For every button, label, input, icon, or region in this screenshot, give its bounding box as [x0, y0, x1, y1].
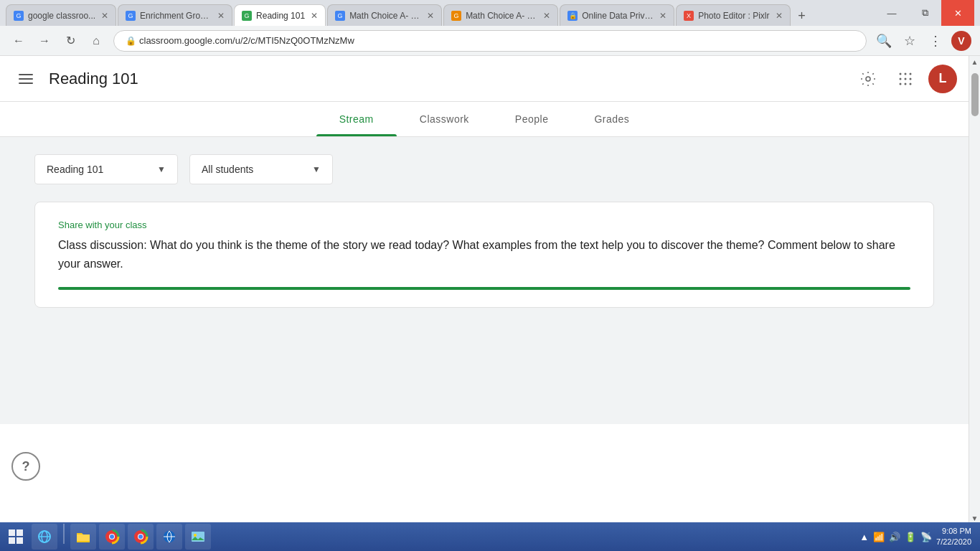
- svg-point-24: [110, 534, 114, 539]
- search-icon[interactable]: 🔍: [874, 31, 894, 51]
- svg-point-12: [910, 83, 912, 85]
- refresh-button[interactable]: ↻: [60, 31, 80, 51]
- tray-network-icon[interactable]: 📶: [873, 532, 885, 542]
- taskbar-globe-icon[interactable]: [156, 524, 182, 550]
- taskbar-folder-icon[interactable]: [70, 524, 96, 550]
- scrollbar-thumb[interactable]: [971, 73, 979, 116]
- svg-rect-0: [19, 74, 33, 75]
- minimize-button[interactable]: —: [875, 0, 908, 26]
- tab4-favicon: G: [335, 11, 345, 21]
- gc-header: Reading 101: [0, 56, 969, 102]
- class-filter-arrow: ▼: [157, 164, 166, 174]
- svg-point-32: [194, 534, 197, 537]
- svg-rect-13: [9, 529, 15, 536]
- right-scrollbar[interactable]: ▲ ▼: [969, 56, 980, 524]
- class-filter-dropdown[interactable]: Reading 101 ▼: [34, 154, 178, 184]
- tab2-label: Enrichment Group...: [140, 11, 212, 21]
- browser-tab-7[interactable]: X Photo Editor : Pixlr ✕: [676, 4, 790, 26]
- svg-point-6: [910, 72, 912, 75]
- taskbar-chrome-icon[interactable]: [99, 524, 125, 550]
- back-button[interactable]: ←: [9, 31, 29, 51]
- taskbar-divider: [63, 524, 65, 544]
- browser-user-avatar[interactable]: V: [951, 31, 971, 51]
- address-input[interactable]: 🔒 classroom.google.com/u/2/c/MTI5NzQ0OTM…: [113, 30, 867, 52]
- tab-stream[interactable]: Stream: [316, 102, 397, 136]
- maximize-button[interactable]: ⧉: [908, 0, 941, 26]
- svg-point-9: [910, 77, 912, 80]
- svg-point-4: [900, 72, 902, 75]
- tab-people[interactable]: People: [492, 102, 572, 136]
- svg-rect-1: [19, 78, 33, 80]
- tray-volume-icon[interactable]: 🔊: [889, 532, 900, 542]
- students-filter-label: All students: [202, 164, 253, 175]
- tray-battery-icon[interactable]: 🔋: [905, 532, 916, 542]
- svg-point-10: [900, 83, 902, 85]
- apps-grid-button[interactable]: [891, 65, 920, 93]
- home-button[interactable]: ⌂: [86, 31, 106, 51]
- students-filter-arrow: ▼: [312, 164, 321, 174]
- browser-tab-1[interactable]: G google classroo... ✕: [6, 4, 116, 26]
- scrollbar-track[interactable]: [969, 67, 980, 512]
- settings-button[interactable]: [854, 65, 882, 93]
- ssl-lock-icon: 🔒: [126, 36, 136, 46]
- browser-tab-5[interactable]: G Math Choice A- ro... ✕: [443, 4, 558, 26]
- bookmark-icon[interactable]: ☆: [900, 31, 920, 51]
- tab3-close[interactable]: ✕: [311, 11, 318, 21]
- taskbar-apps: [29, 524, 214, 550]
- taskbar-chrome2-icon[interactable]: [128, 524, 154, 550]
- tab2-close[interactable]: ✕: [217, 11, 225, 21]
- help-icon-container: ?: [11, 452, 40, 481]
- address-text: classroom.google.com/u/2/c/MTI5NzQ0OTMzN…: [139, 35, 354, 46]
- page-content: Reading 101: [0, 56, 969, 524]
- filter-row: Reading 101 ▼ All students ▼: [34, 154, 934, 184]
- tab6-close[interactable]: ✕: [659, 11, 666, 21]
- browser-tab-4[interactable]: G Math Choice A- ro... ✕: [327, 4, 442, 26]
- tab7-favicon: X: [684, 11, 694, 21]
- forward-button[interactable]: →: [34, 31, 55, 51]
- browser-tab-6[interactable]: 🔒 Online Data Privac... ✕: [560, 4, 674, 26]
- tab1-close[interactable]: ✕: [101, 11, 108, 21]
- start-button[interactable]: [3, 524, 29, 550]
- tab-classwork[interactable]: Classwork: [397, 102, 492, 136]
- svg-point-7: [900, 77, 902, 80]
- tab7-close[interactable]: ✕: [776, 11, 783, 21]
- close-window-button[interactable]: ✕: [941, 0, 974, 26]
- svg-point-5: [905, 72, 907, 75]
- post-content: Class discussion: What do you think is t…: [58, 236, 910, 273]
- taskbar: ▲ 📶 🔊 🔋 📡 9:08 PM 7/22/2020: [0, 522, 980, 551]
- tab7-label: Photo Editor : Pixlr: [698, 11, 769, 21]
- browser-tab-3[interactable]: G Reading 101 ✕: [234, 4, 326, 26]
- tray-wifi-icon[interactable]: 📡: [920, 532, 932, 542]
- students-filter-dropdown[interactable]: All students ▼: [189, 154, 333, 184]
- taskbar-ie-icon[interactable]: [32, 524, 57, 550]
- taskbar-tray: ▲ 📶 🔊 🔋 📡 9:08 PM 7/22/2020: [854, 526, 977, 548]
- taskbar-image-icon[interactable]: [185, 524, 211, 550]
- user-avatar[interactable]: L: [928, 65, 957, 93]
- share-label: Share with your class: [58, 220, 910, 230]
- address-bar: ← → ↻ ⌂ 🔒 classroom.google.com/u/2/c/MTI…: [0, 26, 980, 56]
- tab4-close[interactable]: ✕: [427, 11, 434, 21]
- browser-nav-buttons: ← → ↻ ⌂: [9, 31, 106, 51]
- tray-arrow-icon[interactable]: ▲: [859, 532, 869, 542]
- post-input-line: [58, 287, 910, 290]
- hamburger-menu-button[interactable]: [11, 65, 40, 93]
- window-controls: — ⧉ ✕: [875, 0, 974, 26]
- browser-tab-2[interactable]: G Enrichment Group... ✕: [118, 4, 232, 26]
- svg-rect-16: [17, 537, 23, 544]
- tab2-favicon: G: [126, 11, 136, 21]
- gc-main: Reading 101 ▼ All students ▼ Share with …: [0, 137, 969, 424]
- tab-grades[interactable]: Grades: [571, 102, 652, 136]
- help-button[interactable]: ?: [11, 452, 40, 481]
- svg-point-29: [138, 534, 143, 539]
- scroll-up-arrow[interactable]: ▲: [969, 56, 980, 67]
- new-tab-button[interactable]: +: [792, 6, 812, 26]
- tab5-label: Math Choice A- ro...: [466, 11, 537, 21]
- post-card: Share with your class Class discussion: …: [34, 202, 934, 308]
- tab1-favicon: G: [14, 11, 24, 21]
- tab5-close[interactable]: ✕: [543, 11, 550, 21]
- page-title: Reading 101: [49, 70, 854, 88]
- header-actions: L: [854, 65, 957, 93]
- system-time[interactable]: 9:08 PM 7/22/2020: [936, 526, 971, 548]
- address-actions: 🔍 ☆ ⋮ V: [874, 31, 971, 51]
- more-options-icon[interactable]: ⋮: [925, 31, 946, 51]
